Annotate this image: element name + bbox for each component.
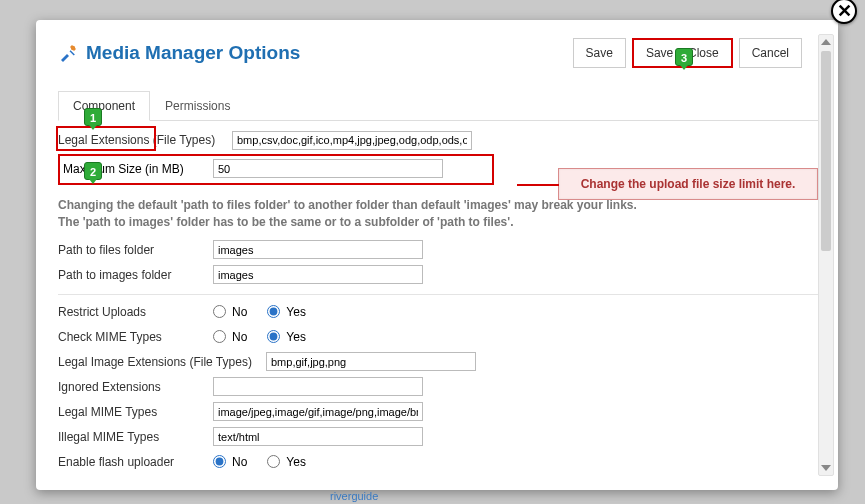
path-images-label: Path to images folder <box>58 268 213 282</box>
illegal-mime-input[interactable] <box>213 427 423 446</box>
path-images-input[interactable] <box>213 265 423 284</box>
illegal-mime-label: Illegal MIME Types <box>58 430 213 444</box>
legal-extensions-input[interactable] <box>232 131 472 150</box>
restrict-uploads-radios: No Yes <box>213 305 306 319</box>
radio-yes-label: Yes <box>286 455 306 469</box>
radio-yes-label: Yes <box>286 330 306 344</box>
radio-yes-label: Yes <box>286 305 306 319</box>
restrict-no-option[interactable]: No <box>213 305 247 319</box>
tools-icon <box>58 43 78 63</box>
svg-rect-1 <box>70 50 75 55</box>
mime-yes-option[interactable]: Yes <box>267 330 306 344</box>
flash-no-radio[interactable] <box>213 455 226 468</box>
radio-no-label: No <box>232 330 247 344</box>
legal-img-ext-input[interactable] <box>266 352 476 371</box>
save-button[interactable]: Save <box>573 38 626 68</box>
scroll-up-icon[interactable] <box>821 39 831 45</box>
radio-no-label: No <box>232 305 247 319</box>
scroll-thumb[interactable] <box>821 51 831 251</box>
ignored-ext-label: Ignored Extensions <box>58 380 213 394</box>
check-mime-label: Check MIME Types <box>58 330 213 344</box>
tab-bar: Component Permissions <box>58 90 822 121</box>
tab-component[interactable]: Component <box>58 91 150 121</box>
mime-no-option[interactable]: No <box>213 330 247 344</box>
flash-yes-option[interactable]: Yes <box>267 455 306 469</box>
restrict-yes-radio[interactable] <box>267 305 280 318</box>
separator <box>58 294 822 295</box>
ignored-ext-input[interactable] <box>213 377 423 396</box>
mime-yes-radio[interactable] <box>267 330 280 343</box>
legal-img-ext-label: Legal Image Extensions (File Types) <box>58 355 266 369</box>
note-line-2: The 'path to images' folder has to be th… <box>58 214 822 231</box>
svg-point-0 <box>71 46 75 50</box>
restrict-yes-option[interactable]: Yes <box>267 305 306 319</box>
radio-no-label: No <box>232 455 247 469</box>
mime-no-radio[interactable] <box>213 330 226 343</box>
vertical-scrollbar[interactable] <box>818 34 834 476</box>
check-mime-radios: No Yes <box>213 330 306 344</box>
footer-link[interactable]: riverguide <box>330 490 378 502</box>
scroll-down-icon[interactable] <box>821 465 831 471</box>
path-warning-note: Changing the default 'path to files fold… <box>58 197 822 231</box>
flash-uploader-radios: No Yes <box>213 455 306 469</box>
options-modal: Media Manager Options Save Save & Close … <box>36 20 838 490</box>
restrict-no-radio[interactable] <box>213 305 226 318</box>
page-title: Media Manager Options <box>86 42 300 64</box>
legal-mime-label: Legal MIME Types <box>58 405 213 419</box>
max-size-input[interactable] <box>213 159 443 178</box>
annotation-callout: Change the upload file size limit here. <box>558 168 818 200</box>
path-files-label: Path to files folder <box>58 243 213 257</box>
tab-permissions[interactable]: Permissions <box>150 91 245 121</box>
legal-extensions-label: Legal Extensions (File Types) <box>58 133 232 147</box>
flash-no-option[interactable]: No <box>213 455 247 469</box>
cancel-button[interactable]: Cancel <box>739 38 802 68</box>
marker-3: 3 <box>675 48 693 66</box>
flash-yes-radio[interactable] <box>267 455 280 468</box>
path-files-input[interactable] <box>213 240 423 259</box>
restrict-uploads-label: Restrict Uploads <box>58 305 213 319</box>
legal-mime-input[interactable] <box>213 402 423 421</box>
highlight-box-maxsize: Maximum Size (in MB) <box>58 154 494 185</box>
marker-2: 2 <box>84 162 102 180</box>
flash-uploader-label: Enable flash uploader <box>58 455 213 469</box>
marker-1: 1 <box>84 108 102 126</box>
